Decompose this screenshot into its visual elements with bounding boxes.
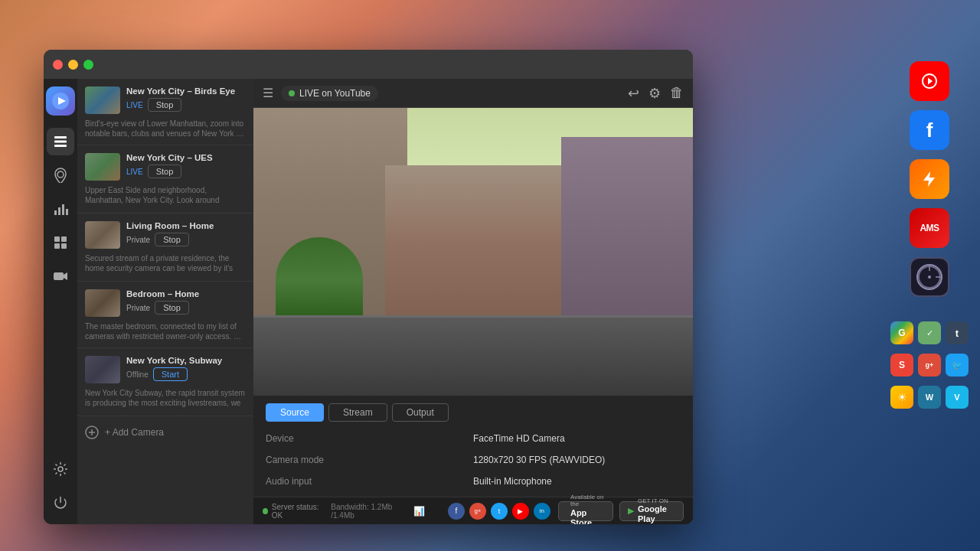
- camera-item-living-room[interactable]: Living Room – Home Private Stop Secured …: [77, 214, 253, 282]
- store-badges: Available on the App Store ▶ GET IT ON G…: [558, 501, 684, 521]
- dock-facebook[interactable]: f: [910, 110, 949, 150]
- minimize-button[interactable]: [68, 60, 78, 70]
- app-store-badge[interactable]: Available on the App Store: [558, 501, 613, 521]
- settings-icon[interactable]: ⚙: [648, 85, 661, 102]
- audio-value: Built-in Microphone: [473, 474, 681, 489]
- device-label: Device: [266, 431, 473, 446]
- street-scene: [253, 108, 693, 396]
- camera-name: New York City, Subway: [126, 356, 246, 365]
- sidebar-icon-video[interactable]: [47, 262, 74, 290]
- live-indicator: LIVE on YouTube: [281, 86, 378, 101]
- sidebar-icon-analytics[interactable]: [47, 195, 74, 223]
- dock-mini-gplus2[interactable]: g+: [918, 354, 941, 377]
- bandwidth-text: Bandwidth: 1.2Mb /1.4Mb: [331, 503, 406, 520]
- social-twitter[interactable]: t: [491, 503, 508, 520]
- social-gplus[interactable]: g+: [469, 503, 486, 520]
- social-facebook[interactable]: f: [448, 503, 465, 520]
- camera-thumb: [85, 86, 120, 114]
- building-center: [385, 165, 561, 324]
- status-badge: LIVE: [126, 168, 143, 176]
- status-dot: [263, 508, 268, 514]
- camera-item-bedroom[interactable]: Bedroom – Home Private Stop The master b…: [77, 282, 253, 348]
- tab-stream[interactable]: Stream: [328, 403, 387, 422]
- google-play-icon: ▶: [628, 506, 634, 516]
- sidebar-icon-library[interactable]: [47, 128, 74, 155]
- start-button[interactable]: Start: [153, 367, 188, 381]
- close-button[interactable]: [53, 60, 63, 70]
- google-play-top-label: GET IT ON: [638, 497, 675, 505]
- mini-dock-row-3: ☀ W V: [890, 386, 969, 409]
- dock-mini-gr[interactable]: ✓: [918, 321, 941, 344]
- status-badge: LIVE: [126, 101, 143, 109]
- top-bar: ☰ LIVE on YouTube ↩ ⚙ 🗑: [253, 79, 693, 108]
- stop-button[interactable]: Stop: [155, 301, 189, 315]
- dock-mini-twitter[interactable]: 🐦: [946, 354, 969, 377]
- dock-mini-sun[interactable]: ☀: [890, 386, 913, 409]
- social-youtube[interactable]: ▶: [512, 503, 529, 520]
- stop-button[interactable]: Stop: [148, 98, 182, 112]
- trees: [276, 237, 364, 324]
- svg-point-20: [928, 276, 931, 279]
- dock-mini-wordpress[interactable]: W: [918, 386, 941, 409]
- svg-rect-14: [54, 272, 64, 280]
- window-controls: [53, 60, 93, 70]
- video-area: [253, 108, 693, 396]
- svg-rect-2: [54, 136, 67, 139]
- google-play-name-label: Google Play: [638, 504, 675, 524]
- main-layout: New York City – Birds Eye LIVE Stop Bird…: [44, 79, 693, 524]
- stop-button[interactable]: Stop: [148, 165, 182, 178]
- tab-source[interactable]: Source: [266, 403, 324, 422]
- svg-rect-3: [54, 141, 67, 143]
- social-icons: f g+ t ▶ in: [448, 503, 550, 520]
- dock-mini-tumblr[interactable]: t: [946, 321, 969, 344]
- server-status-text: Server status: OK: [272, 503, 323, 520]
- dock-mini-s[interactable]: S: [890, 354, 913, 377]
- svg-point-15: [58, 467, 63, 471]
- camera-description: Bird's-eye view of Lower Manhattan, zoom…: [85, 119, 246, 139]
- svg-rect-12: [54, 243, 60, 249]
- sidebar-icon-power[interactable]: [47, 489, 74, 517]
- stop-button[interactable]: Stop: [155, 233, 189, 246]
- maximize-button[interactable]: [83, 60, 93, 70]
- svg-rect-7: [58, 207, 60, 215]
- camera-name: Bedroom – Home: [126, 289, 246, 298]
- mode-label: Camera mode: [266, 452, 473, 468]
- google-play-badge[interactable]: ▶ GET IT ON Google Play: [619, 501, 684, 521]
- title-bar: [44, 50, 693, 79]
- sidebar-icon-settings[interactable]: [47, 455, 74, 483]
- ams-label: AMS: [920, 223, 939, 233]
- camera-item-nyc-subway[interactable]: New York City, Subway Offline Start New …: [77, 348, 253, 416]
- mini-dock-row-2: S g+ 🐦: [890, 354, 969, 377]
- tab-output[interactable]: Output: [392, 403, 449, 422]
- camera-thumb: [85, 153, 120, 181]
- dock-bolt[interactable]: [910, 159, 949, 199]
- app-logo[interactable]: [46, 86, 75, 116]
- building-right: [561, 137, 693, 324]
- dock-mini-g[interactable]: G: [890, 321, 913, 344]
- app-store-name-label: App Store: [570, 508, 605, 524]
- dock-youtube[interactable]: [910, 61, 949, 101]
- menu-icon[interactable]: ☰: [263, 86, 273, 100]
- dock-s5[interactable]: [910, 257, 949, 297]
- sidebar-icons: [44, 79, 77, 524]
- share-icon[interactable]: ↩: [628, 85, 639, 102]
- camera-name: New York City – Birds Eye: [126, 86, 246, 96]
- status-bar: Server status: OK Bandwidth: 1.2Mb /1.4M…: [253, 497, 693, 524]
- trash-icon[interactable]: 🗑: [670, 85, 684, 101]
- mini-dock-row-1: G ✓ t: [890, 321, 969, 344]
- audio-label: Audio input: [266, 474, 473, 489]
- app-window: New York City – Birds Eye LIVE Stop Bird…: [44, 50, 693, 524]
- dock-mini-vimeo[interactable]: V: [946, 386, 969, 409]
- bottom-panel: Source Stream Output Device FaceTime HD …: [253, 396, 693, 497]
- svg-rect-6: [54, 210, 57, 215]
- dock-ams[interactable]: AMS: [910, 208, 949, 248]
- content-area: ☰ LIVE on YouTube ↩ ⚙ 🗑: [253, 79, 693, 524]
- add-camera-button[interactable]: + Add Camera: [77, 416, 253, 448]
- camera-item-nyc-ues[interactable]: New York City – UES LIVE Stop Upper East…: [77, 145, 253, 214]
- sidebar-icon-grid[interactable]: [47, 229, 74, 256]
- sidebar-icon-map[interactable]: [47, 161, 74, 189]
- camera-item-nyc-birds-eye[interactable]: New York City – Birds Eye LIVE Stop Bird…: [77, 79, 253, 145]
- camera-thumb: [85, 289, 120, 317]
- social-linkedin[interactable]: in: [534, 503, 550, 520]
- street: [253, 318, 693, 396]
